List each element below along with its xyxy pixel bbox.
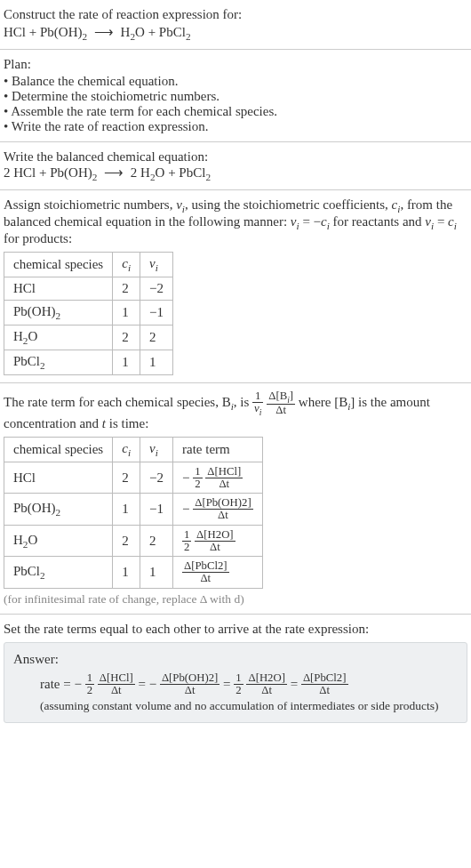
text: i — [128, 262, 131, 273]
den: 2 — [85, 685, 94, 696]
num: 1 — [234, 672, 243, 685]
plan-item: • Assemble the rate term for each chemic… — [4, 104, 467, 119]
text: i — [128, 447, 131, 458]
answer-label: Answer: — [13, 652, 458, 667]
nu-i: ν — [176, 197, 182, 212]
cell-species: PbCl2 — [4, 557, 113, 589]
text: O — [28, 533, 37, 547]
den: Δt — [301, 685, 348, 696]
cell-ci: 2 — [113, 525, 140, 557]
frac: Δ[HCl]Δt — [98, 672, 135, 696]
cell-species: HCl — [4, 462, 113, 494]
num: Δ[Pb(OH)2] — [193, 497, 252, 510]
plan-item: • Write the rate of reaction expression. — [4, 119, 467, 134]
frac: Δ[H2O]Δt — [195, 529, 235, 553]
text: − — [182, 470, 189, 485]
cell-ci: 2 — [113, 277, 140, 301]
eq-rhs2: O + PbCl — [135, 25, 186, 39]
den: Δt — [193, 510, 252, 521]
cell-rate: − 12 Δ[HCl]Δt — [172, 462, 262, 494]
cell-nui: −1 — [140, 494, 173, 526]
text: is time: — [106, 416, 148, 430]
den: Δt — [98, 685, 135, 696]
frac: 12 — [234, 672, 243, 696]
text: c — [321, 214, 327, 229]
cell-ci: 1 — [113, 301, 140, 326]
cell-ci: 1 — [113, 350, 140, 375]
th-ci: ci — [113, 253, 140, 277]
arrow-icon: ⟶ — [100, 165, 127, 180]
cell-nui: 2 — [140, 326, 173, 350]
text: = — [223, 677, 234, 691]
text: = — [291, 677, 301, 691]
prompt-section: Construct the rate of reaction expressio… — [0, 0, 471, 50]
cell-species: HCl — [4, 277, 113, 301]
cell-rate: − Δ[Pb(OH)2]Δt — [172, 494, 262, 526]
table-row: Pb(OH)2 1 −1 — [4, 301, 173, 326]
frac: Δ[H2O]Δt — [246, 672, 286, 696]
num: 1 — [252, 390, 263, 403]
den: 2 — [182, 542, 191, 553]
text: = − — [138, 677, 156, 691]
frac: Δ[Pb(OH)2]Δt — [160, 672, 220, 696]
balanced-section: Write the balanced chemical equation: 2 … — [0, 142, 471, 190]
cell-nui: −2 — [140, 277, 173, 301]
den: Δt — [182, 573, 229, 584]
num: 1 — [182, 529, 191, 542]
table-row: Pb(OH)2 1 −1 − Δ[Pb(OH)2]Δt — [4, 494, 263, 526]
rateterm-note: (for infinitesimal rate of change, repla… — [4, 592, 467, 607]
text: i — [156, 262, 158, 273]
num: Δ[Pb(OH)2] — [160, 672, 220, 685]
text: The rate term for each chemical species,… — [4, 395, 231, 409]
plan-item: • Balance the chemical equation. — [4, 74, 467, 89]
cell-nui: 1 — [140, 557, 173, 589]
stoich-intro: Assign stoichiometric numbers, νi, using… — [4, 197, 467, 246]
bal-lhs: 2 HCl + Pb(OH) — [4, 165, 92, 180]
den: 2 — [193, 478, 202, 490]
num: Δ[HCl] — [98, 672, 135, 685]
frac: 12 — [85, 672, 94, 696]
cell-ci: 1 — [113, 494, 140, 526]
text: = — [434, 214, 448, 229]
text: , using the stoichiometric coefficients, — [185, 197, 392, 212]
num: 1 — [193, 466, 202, 478]
text: − — [182, 502, 189, 516]
th-species: chemical species — [4, 437, 113, 462]
answer-note: (assuming constant volume and no accumul… — [13, 699, 458, 713]
table-header-row: chemical species ci νi rate term — [4, 437, 263, 462]
final-section: Set the rate terms equal to each other t… — [0, 615, 471, 731]
text: H — [13, 533, 23, 547]
text: c — [122, 441, 128, 455]
arrow-icon: ⟶ — [91, 25, 117, 39]
cell-species: PbCl2 — [4, 350, 113, 375]
text: Δ[B — [268, 390, 287, 402]
table-row: HCl 2 −2 − 12 Δ[HCl]Δt — [4, 462, 263, 494]
den: Δt — [195, 542, 235, 553]
den: Δt — [160, 685, 220, 696]
text: ν — [149, 256, 156, 270]
cell-ci: 1 — [113, 557, 140, 589]
text: for reactants and — [330, 214, 425, 229]
text: = − — [299, 214, 321, 229]
cell-species: H2O — [4, 326, 113, 350]
cell-species: Pb(OH)2 — [4, 494, 113, 526]
text: ν — [149, 441, 156, 455]
table-row: PbCl2 1 1 — [4, 350, 173, 375]
num: Δ[PbCl2] — [301, 672, 348, 685]
frac: Δ[PbCl2]Δt — [301, 672, 348, 696]
th-rate: rate term — [172, 437, 262, 462]
table-row: HCl 2 −2 — [4, 277, 173, 301]
cell-nui: 2 — [140, 525, 173, 557]
bal-rhs2: O + PbCl — [156, 165, 206, 180]
text: rate = − — [40, 677, 82, 691]
cell-ci: 2 — [113, 462, 140, 494]
frac: 12 — [193, 466, 202, 490]
text: c — [122, 256, 128, 270]
text: i — [454, 221, 457, 231]
cell-nui: −2 — [140, 462, 173, 494]
eq-rhs2-sub: 2 — [186, 31, 191, 42]
text: c — [448, 214, 454, 229]
th-species: chemical species — [4, 253, 113, 277]
frac: 12 — [182, 529, 191, 553]
text: 2 — [40, 360, 45, 371]
